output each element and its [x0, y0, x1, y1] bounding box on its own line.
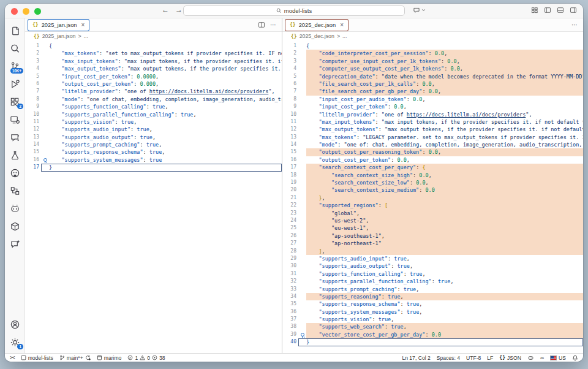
extensions-icon[interactable]: 2	[9, 96, 21, 108]
code-line[interactable]: 6 "file_search_cost_per_1k_calls": 0.0,	[282, 80, 583, 88]
code-line[interactable]: 2 "code_interpreter_cost_per_session": 0…	[282, 50, 583, 57]
code-line[interactable]: 4 "computer_use_output_cost_per_1k_token…	[282, 65, 583, 72]
history-back-icon[interactable]: ←	[162, 6, 169, 14]
code-line[interactable]: 12 "max_output_tokens": "max output toke…	[282, 126, 583, 133]
editor-content[interactable]: 1{2 "code_interpreter_cost_per_session":…	[282, 40, 583, 353]
marimo-indicator[interactable]: marimo	[97, 355, 122, 361]
code-line[interactable]: 14 "supports_prompt_caching": true,	[25, 141, 282, 148]
history-forward-icon[interactable]: →	[175, 6, 183, 14]
code-line[interactable]: 35 "supports_response_schema": true,	[282, 300, 583, 308]
code-line[interactable]: 9 "input_cost_per_token": 0.0,	[282, 103, 583, 110]
breadcrumb-file[interactable]: 2025_dec.json	[300, 33, 334, 39]
code-line[interactable]: 31 "supports_function_calling": true,	[282, 270, 583, 278]
tab-2025-jan-json[interactable]: {} 2025_jan.json ×	[28, 20, 89, 31]
hierarchy-icon[interactable]	[9, 184, 21, 197]
workspace-indicator[interactable]: model-lists	[21, 355, 53, 361]
code-line[interactable]: 9 "supports_function_calling": true,	[25, 103, 282, 110]
chat-icon[interactable]	[9, 131, 21, 143]
code-line[interactable]: 22 "supported_regions": [	[282, 202, 583, 209]
code-line[interactable]: 16 "supports_system_messages": true	[25, 156, 282, 164]
account-icon[interactable]	[9, 318, 21, 330]
breadcrumb-tail[interactable]: ...	[342, 33, 347, 39]
code-line[interactable]: 17 "search_context_cost_per_query": {	[282, 164, 583, 171]
code-line[interactable]: 8 "input_cost_per_audio_token": 0.0,	[282, 96, 583, 103]
code-line[interactable]: 37 "supports_vision": true,	[282, 316, 583, 323]
code-line[interactable]: 32 "supports_parallel_function_calling":…	[282, 278, 583, 285]
code-line[interactable]: 27 "ap-northeast-1"	[282, 240, 583, 247]
copilot-menu-button[interactable]	[413, 7, 426, 13]
code-line[interactable]: 7 "file_search_cost_per_gb_per_day": 0.0…	[282, 88, 583, 95]
code-line[interactable]: 1{	[25, 42, 282, 50]
code-line[interactable]: 21 },	[282, 194, 583, 202]
minimize-window-button[interactable]	[23, 8, 29, 15]
zoom-window-button[interactable]	[34, 8, 41, 15]
code-line[interactable]: 3 "computer_use_input_cost_per_1k_tokens…	[282, 58, 583, 65]
code-line[interactable]: 5 "deprecation_date": "date when the mod…	[282, 73, 583, 80]
code-line[interactable]: 15 "output_cost_per_reasoning_token": 0.…	[282, 148, 583, 156]
cursor-position[interactable]: Ln 17, Col 2	[402, 355, 430, 361]
infinity-icon[interactable]: ∞	[540, 355, 544, 361]
more-actions-icon[interactable]: ⋯	[571, 21, 578, 28]
eol-indicator[interactable]: LF	[487, 355, 493, 361]
copilot-status-icon[interactable]	[527, 355, 534, 361]
breadcrumb-tail[interactable]: ...	[84, 33, 88, 39]
code-line[interactable]: 5 "input_cost_per_token": 0.0000,	[25, 73, 282, 80]
indentation-indicator[interactable]: Spaces: 4	[437, 355, 460, 361]
code-line[interactable]: 13 "supports_audio_output": true,	[25, 134, 282, 141]
code-line[interactable]: 17}	[25, 164, 282, 171]
code-line[interactable]: 11 "supports_vision": true,	[25, 118, 282, 126]
tab-close-icon[interactable]: ×	[81, 21, 85, 28]
code-line[interactable]: 18 "search_context_size_high": 0.0,	[282, 172, 583, 179]
code-line[interactable]: 6 "output_cost_per_token": 0.000,	[25, 80, 282, 88]
remote-indicator[interactable]: ><	[10, 355, 15, 360]
code-line[interactable]: 16 "output_cost_per_token": 0.0,	[282, 156, 583, 164]
code-line[interactable]: 2 "max_tokens": "set to max_output_token…	[25, 50, 282, 57]
remote-explorer-icon[interactable]	[9, 113, 21, 126]
breadcrumb[interactable]: {} 2025_dec.json > ...	[282, 32, 583, 40]
code-line[interactable]: 12 "supports_audio_input": true,	[25, 126, 282, 133]
settings-gear-icon[interactable]: 1	[9, 336, 21, 348]
problems-indicator[interactable]: 1 0 38	[127, 355, 165, 361]
command-center-search[interactable]: model-lists	[183, 6, 405, 16]
toggle-panel-icon[interactable]	[557, 7, 564, 13]
code-line[interactable]: 1{	[282, 42, 583, 50]
lightbulb-icon[interactable]	[298, 331, 306, 338]
code-line[interactable]: 33 "supports_prompt_caching": true,	[282, 286, 583, 293]
keyboard-layout-indicator[interactable]: US	[550, 355, 566, 361]
code-line[interactable]: 19 "search_context_size_low": 0.0,	[282, 179, 583, 186]
encoding-indicator[interactable]: UTF-8	[466, 355, 481, 361]
notifications-bell-icon[interactable]	[572, 355, 578, 361]
code-line[interactable]: 20 "search_context_size_medium": 0.0	[282, 186, 583, 194]
robot-icon[interactable]	[9, 202, 21, 215]
tab-close-icon[interactable]: ×	[340, 21, 344, 28]
code-line[interactable]: 28 ],	[282, 248, 583, 255]
code-line[interactable]: 34 "supports_reasoning": true,	[282, 293, 583, 300]
code-line[interactable]: 15 "supports_response_schema": true,	[25, 148, 282, 156]
code-line[interactable]: 7 "litellm_provider": "one of https://do…	[25, 88, 282, 95]
code-line[interactable]: 4 "max_output_tokens": "max output token…	[25, 65, 282, 72]
code-line[interactable]: 25 "eu-west-1",	[282, 224, 583, 232]
breadcrumb[interactable]: {} 2025_jan.json > ...	[25, 32, 282, 40]
source-control-icon[interactable]: 10K+	[9, 60, 21, 72]
customize-layout-icon[interactable]	[531, 7, 538, 13]
language-mode[interactable]: {} JSON	[499, 355, 521, 361]
testing-icon[interactable]	[9, 149, 21, 161]
run-debug-icon[interactable]	[9, 78, 21, 90]
toggle-sidebar-right-icon[interactable]	[570, 7, 577, 13]
more-actions-icon[interactable]: ⋯	[270, 21, 277, 28]
code-line[interactable]: 14 "mode": "one of: chat, embedding, com…	[282, 141, 583, 148]
code-line[interactable]: 3 "max_input_tokens": "max input tokens,…	[25, 58, 282, 65]
code-line[interactable]: 38 "supports_web_search": true,	[282, 323, 583, 330]
code-line[interactable]: 36 "supports_system_messages": true,	[282, 308, 583, 316]
new-chat-icon[interactable]	[9, 238, 21, 250]
tab-2025-dec-json[interactable]: {} 2025_dec.json ×	[285, 20, 348, 31]
code-line[interactable]: 29 "supports_audio_input": true,	[282, 255, 583, 262]
breadcrumb-file[interactable]: 2025_jan.json	[42, 33, 76, 39]
code-line[interactable]: 10 "litellm_provider": "one of https://d…	[282, 111, 583, 118]
close-window-button[interactable]	[11, 8, 18, 15]
code-line[interactable]: 30 "supports_audio_output": true,	[282, 262, 583, 270]
code-line[interactable]: 8 "mode": "one of chat, embedding, compl…	[25, 96, 282, 103]
code-line[interactable]: 23 "global",	[282, 210, 583, 217]
lightbulb-icon[interactable]	[41, 156, 49, 164]
github-icon[interactable]	[9, 167, 21, 179]
